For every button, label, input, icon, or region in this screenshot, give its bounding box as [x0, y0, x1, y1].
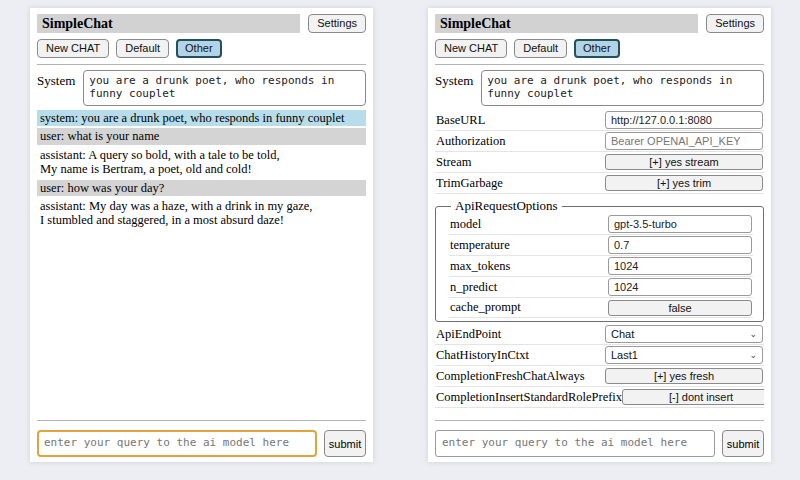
role-prefix-toggle-button[interactable]: [-] dont insert: [622, 389, 764, 405]
trimgarbage-label: TrimGarbage: [436, 176, 503, 191]
setting-row-max-tokens: max_tokens: [449, 256, 753, 277]
trimgarbage-toggle-button[interactable]: [+] yes trim: [605, 175, 763, 191]
n-predict-label: n_predict: [450, 280, 497, 295]
setting-row-trimgarbage: TrimGarbage [+] yes trim: [435, 173, 764, 194]
system-prompt-input[interactable]: you are a drunk poet, who responds in fu…: [481, 70, 764, 106]
desktop-background: SimpleChat Settings New CHAT Default Oth…: [0, 0, 800, 480]
submit-button[interactable]: submit: [722, 430, 764, 457]
setting-row-fresh-chat: CompletionFreshChatAlways [+] yes fresh: [435, 366, 764, 387]
simplechat-settings-panel: SimpleChat Settings New CHAT Default Oth…: [428, 8, 771, 462]
chat-session-buttons: New CHAT Default Other: [435, 39, 764, 58]
model-label: model: [450, 217, 481, 232]
system-prompt-row: System you are a drunk poet, who respond…: [37, 70, 366, 106]
fresh-chat-toggle-button[interactable]: [+] yes fresh: [605, 368, 763, 384]
app-title: SimpleChat: [37, 14, 300, 33]
cache-prompt-label: cache_prompt: [450, 300, 521, 315]
chat-message-system: system: you are a drunk poet, who respon…: [37, 110, 366, 126]
api-endpoint-label: ApiEndPoint: [436, 327, 501, 342]
setting-row-chat-history: ChatHistoryInCtxt Last1 ⌄: [435, 345, 764, 366]
api-endpoint-select[interactable]: Chat ⌄: [605, 325, 763, 343]
setting-row-model: model: [449, 214, 753, 235]
session-default-button[interactable]: Default: [514, 39, 567, 58]
temperature-label: temperature: [450, 238, 510, 253]
app-title: SimpleChat: [435, 14, 698, 33]
chevron-down-icon: ⌄: [749, 330, 757, 339]
fresh-chat-label: CompletionFreshChatAlways: [436, 369, 585, 384]
chevron-down-icon: ⌄: [749, 351, 757, 360]
api-endpoint-selected-value: Chat: [611, 328, 634, 340]
chat-history-label: ChatHistoryInCtxt: [436, 348, 529, 363]
n-predict-input[interactable]: [608, 278, 752, 296]
chat-history-selected-value: Last1: [611, 349, 638, 361]
new-chat-button[interactable]: New CHAT: [435, 39, 507, 58]
submit-button[interactable]: submit: [324, 430, 366, 457]
system-label: System: [37, 70, 75, 106]
system-prompt-input[interactable]: you are a drunk poet, who responds in fu…: [83, 70, 366, 106]
session-other-button[interactable]: Other: [574, 39, 620, 58]
titlebar-row: SimpleChat Settings: [435, 14, 764, 33]
divider: [37, 420, 366, 421]
cache-prompt-toggle-button[interactable]: false: [608, 300, 752, 316]
chat-session-buttons: New CHAT Default Other: [37, 39, 366, 58]
query-input[interactable]: [435, 430, 715, 457]
authorization-label: Authorization: [436, 134, 505, 149]
divider: [435, 420, 764, 421]
chat-message-assistant: assistant: A query so bold, with a tale …: [37, 147, 366, 178]
api-request-options-fieldset: ApiRequestOptions model temperature max_…: [435, 198, 764, 322]
query-row: submit: [37, 430, 366, 457]
api-request-options-legend: ApiRequestOptions: [451, 198, 562, 214]
max-tokens-input[interactable]: [608, 257, 752, 275]
session-default-button[interactable]: Default: [116, 39, 169, 58]
chat-message-user: user: what is your name: [37, 128, 366, 144]
stream-toggle-button[interactable]: [+] yes stream: [605, 154, 763, 170]
setting-row-cache-prompt: cache_prompt false: [449, 298, 753, 318]
temperature-input[interactable]: [608, 236, 752, 254]
role-prefix-label: CompletionInsertStandardRolePrefix: [436, 390, 622, 405]
query-row: submit: [435, 430, 764, 457]
chat-message-assistant: assistant: My day was a haze, with a dri…: [37, 198, 366, 229]
setting-row-authorization: Authorization: [435, 131, 764, 152]
settings-area: BaseURL Authorization Stream [+] yes str…: [435, 106, 764, 414]
divider: [435, 64, 764, 65]
chat-messages-area: system: you are a drunk poet, who respon…: [37, 106, 366, 414]
setting-row-stream: Stream [+] yes stream: [435, 152, 764, 173]
baseurl-input[interactable]: [605, 111, 763, 129]
stream-label: Stream: [436, 155, 471, 170]
chat-history-select[interactable]: Last1 ⌄: [605, 346, 763, 364]
model-input[interactable]: [608, 215, 752, 233]
settings-button[interactable]: Settings: [706, 14, 764, 33]
authorization-input[interactable]: [605, 132, 763, 150]
divider: [37, 64, 366, 65]
setting-row-temperature: temperature: [449, 235, 753, 256]
system-label: System: [435, 70, 473, 106]
titlebar-row: SimpleChat Settings: [37, 14, 366, 33]
new-chat-button[interactable]: New CHAT: [37, 39, 109, 58]
max-tokens-label: max_tokens: [450, 259, 510, 274]
system-prompt-row: System you are a drunk poet, who respond…: [435, 70, 764, 106]
setting-row-role-prefix: CompletionInsertStandardRolePrefix [-] d…: [435, 387, 764, 408]
setting-row-n-predict: n_predict: [449, 277, 753, 298]
simplechat-chat-panel: SimpleChat Settings New CHAT Default Oth…: [30, 8, 373, 462]
baseurl-label: BaseURL: [436, 113, 485, 128]
chat-message-user: user: how was your day?: [37, 180, 366, 196]
settings-button[interactable]: Settings: [308, 14, 366, 33]
setting-row-api-endpoint: ApiEndPoint Chat ⌄: [435, 324, 764, 345]
session-other-button[interactable]: Other: [176, 39, 222, 58]
setting-row-baseurl: BaseURL: [435, 110, 764, 131]
query-input[interactable]: [37, 430, 317, 457]
